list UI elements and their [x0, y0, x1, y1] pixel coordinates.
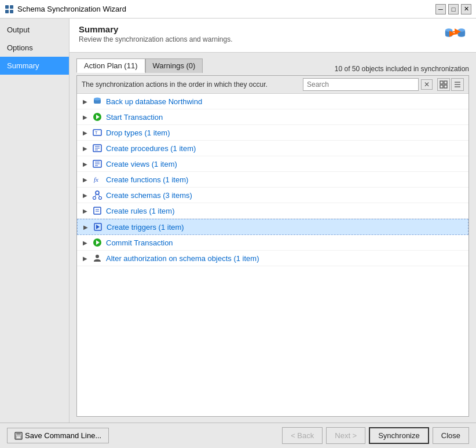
- svg-rect-2: [5, 10, 9, 13]
- svg-text:fx: fx: [94, 176, 98, 183]
- item-icon-auth: [92, 253, 102, 263]
- title-bar-controls: ─ □ ✕: [435, 4, 471, 14]
- back-button[interactable]: < Back: [282, 427, 323, 444]
- action-label-1: Back up database Northwind: [106, 97, 202, 106]
- action-item-6[interactable]: ▶ fx Create functions (1 item): [77, 172, 468, 188]
- svg-point-5: [445, 28, 453, 31]
- action-label-9: Create triggers (1 item): [107, 223, 184, 232]
- search-input[interactable]: [303, 78, 419, 91]
- tab-action-plan[interactable]: Action Plan (11): [76, 58, 145, 73]
- action-list-toolbar: The synchronization actions in the order…: [77, 76, 468, 94]
- content-area: Summary Review the synchronization actio…: [69, 19, 476, 423]
- action-label-3: Drop types (1 item): [106, 128, 170, 137]
- action-label-10: Commit Transaction: [106, 238, 173, 247]
- panel: Action Plan (11) Warnings (0) 10 of 50 o…: [69, 53, 476, 423]
- item-icon-trigger: [93, 222, 103, 232]
- minimize-button[interactable]: ─: [435, 4, 446, 14]
- schema-sync-icon: [444, 24, 467, 47]
- synchronize-button[interactable]: Synchronize: [369, 427, 429, 444]
- main-content: Output Options Summary Summary Review th…: [0, 19, 476, 423]
- action-list-info: The synchronization actions in the order…: [82, 80, 303, 89]
- view-buttons: [437, 78, 464, 91]
- object-count: 10 of 50 objects included in synchroniza…: [335, 65, 469, 73]
- svg-rect-12: [440, 85, 443, 88]
- item-icon-func: fx: [92, 174, 102, 185]
- action-items-list: ▶ Back up database Northwind ▶: [77, 94, 468, 416]
- expand-icon-11[interactable]: ▶: [82, 255, 89, 262]
- sidebar-item-output[interactable]: Output: [0, 21, 69, 39]
- search-box: ✕: [303, 78, 464, 91]
- expand-icon-6[interactable]: ▶: [82, 176, 89, 183]
- tab-bar: Action Plan (11) Warnings (0): [76, 58, 203, 73]
- maximize-button[interactable]: □: [448, 4, 459, 14]
- title-bar-left: Schema Synchronization Wizard: [5, 5, 126, 14]
- floppy-icon: [14, 432, 23, 440]
- action-item-5[interactable]: ▶ Create views (1 item): [77, 156, 468, 172]
- svg-point-44: [96, 255, 99, 258]
- svg-point-18: [94, 98, 101, 101]
- window-title: Schema Synchronization Wizard: [17, 5, 126, 13]
- action-label-2: Start Transaction: [106, 113, 163, 122]
- svg-rect-11: [444, 81, 447, 84]
- svg-rect-1: [10, 5, 13, 9]
- item-icon-view: [92, 159, 102, 169]
- action-item-8[interactable]: ▶ Create rules (1 item): [77, 203, 468, 219]
- item-icon-db: [92, 96, 102, 107]
- view-expand-button[interactable]: [437, 78, 450, 91]
- action-item-10[interactable]: ▶ Commit Transaction: [77, 235, 468, 251]
- action-item-11[interactable]: ▶ Alter authorization on schema objects …: [77, 251, 468, 266]
- expand-icon-3[interactable]: ▶: [82, 129, 89, 136]
- svg-text:T: T: [95, 131, 98, 135]
- sidebar-item-options[interactable]: Options: [0, 39, 69, 57]
- action-item-9[interactable]: ▶ Create triggers (1 item): [77, 219, 468, 235]
- title-bar: Schema Synchronization Wizard ─ □ ✕: [0, 0, 476, 19]
- action-item-4[interactable]: ▶ Create procedures (1 item): [77, 141, 468, 156]
- svg-point-9: [458, 34, 466, 36]
- action-item-2[interactable]: ▶ Start Transaction: [77, 109, 468, 125]
- close-button[interactable]: ✕: [461, 4, 471, 14]
- action-list-box: The synchronization actions in the order…: [76, 75, 469, 417]
- expand-icon-2[interactable]: ▶: [82, 113, 89, 120]
- action-label-11: Alter authorization on schema objects (1…: [106, 254, 259, 263]
- page-subtitle: Review the synchronization actions and w…: [79, 35, 232, 43]
- save-label: Save Command Line...: [25, 431, 101, 440]
- expand-icon-4[interactable]: ▶: [82, 145, 89, 152]
- action-item-7[interactable]: ▶ Create schemas (3 items): [77, 188, 468, 203]
- sidebar: Output Options Summary: [0, 19, 69, 423]
- svg-marker-41: [96, 225, 100, 229]
- close-button[interactable]: Close: [433, 427, 469, 444]
- action-label-6: Create functions (1 item): [106, 175, 188, 184]
- search-clear-button[interactable]: ✕: [421, 79, 433, 90]
- svg-point-34: [99, 197, 102, 200]
- footer: Save Command Line... < Back Next > Synch…: [0, 423, 476, 448]
- save-command-line-button[interactable]: Save Command Line...: [7, 428, 109, 443]
- app-icon: [5, 5, 14, 14]
- item-icon-type: T: [92, 127, 102, 138]
- expand-icon-8[interactable]: ▶: [82, 207, 89, 214]
- expand-icon-5[interactable]: ▶: [82, 160, 89, 167]
- footer-left: Save Command Line...: [7, 428, 109, 443]
- expand-icon-9[interactable]: ▶: [82, 223, 89, 230]
- expand-icon-10[interactable]: ▶: [82, 239, 89, 246]
- svg-rect-0: [5, 5, 9, 9]
- action-label-7: Create schemas (3 items): [106, 191, 192, 200]
- svg-rect-46: [16, 432, 21, 435]
- next-button[interactable]: Next >: [326, 427, 365, 444]
- page-title: Summary: [79, 24, 232, 34]
- svg-point-33: [93, 197, 96, 200]
- content-header: Summary Review the synchronization actio…: [69, 19, 476, 53]
- expand-icon-1[interactable]: ▶: [82, 98, 89, 105]
- action-item-1[interactable]: ▶ Back up database Northwind: [77, 94, 468, 109]
- action-label-8: Create rules (1 item): [106, 207, 174, 215]
- svg-rect-13: [444, 85, 447, 88]
- svg-line-36: [98, 194, 100, 197]
- footer-right: < Back Next > Synchronize Close: [282, 427, 469, 444]
- expand-icon-7[interactable]: ▶: [82, 192, 89, 199]
- action-item-3[interactable]: ▶ T Drop types (1 item): [77, 125, 468, 141]
- view-collapse-button[interactable]: [451, 78, 464, 91]
- item-icon-proc: [92, 143, 102, 153]
- item-icon-rule: [92, 205, 102, 216]
- sidebar-item-summary[interactable]: Summary: [0, 57, 69, 75]
- svg-rect-47: [16, 436, 21, 439]
- tab-warnings[interactable]: Warnings (0): [145, 58, 203, 73]
